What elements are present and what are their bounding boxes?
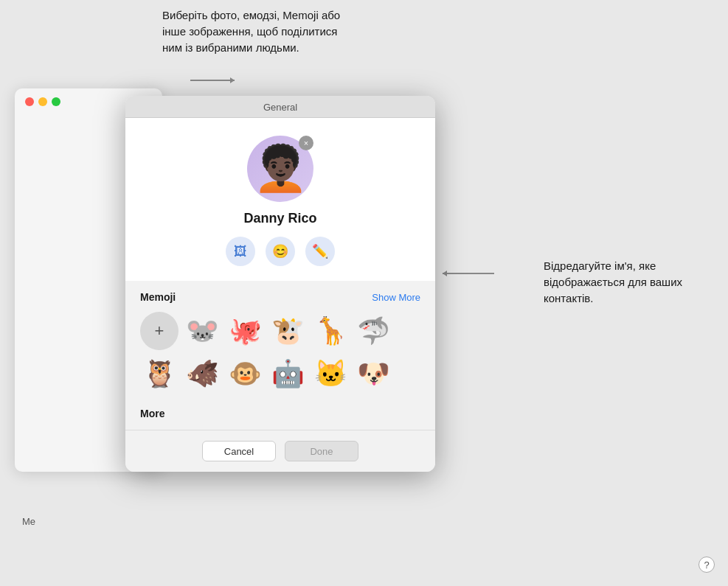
- memoji-header: Memoji Show More: [140, 291, 420, 303]
- callout-top-text: Виберіть фото, емодзі, Memoji або інше з…: [162, 7, 354, 55]
- avatar-wrapper: 🧑🏿‍🦱 ×: [247, 136, 313, 202]
- edit-button[interactable]: ✏️: [305, 237, 335, 266]
- memoji-label: Memoji: [140, 291, 176, 303]
- list-item[interactable]: 🐶: [354, 355, 392, 393]
- emoji-button[interactable]: 😊: [266, 237, 295, 266]
- emoji-icon: 😊: [272, 243, 288, 259]
- dialog-titlebar: General: [125, 96, 435, 118]
- action-buttons: 🖼 😊 ✏️: [226, 237, 335, 266]
- photo-button[interactable]: 🖼: [226, 237, 255, 266]
- list-item[interactable]: 🤖: [268, 355, 307, 393]
- done-button[interactable]: Done: [285, 441, 358, 461]
- list-item[interactable]: 🦉: [140, 355, 178, 393]
- show-more-button[interactable]: Show More: [372, 292, 420, 303]
- list-item[interactable]: 🐵: [226, 355, 264, 393]
- minimize-traffic-light[interactable]: [38, 97, 47, 106]
- dialog-footer: Cancel Done: [125, 430, 435, 472]
- emoji-grid: + 🐭 🐙 🐮 🦒 🦈 🦉 🐗 🐵 🤖 🐱 🐶: [140, 312, 420, 393]
- list-item[interactable]: 🐗: [183, 355, 221, 393]
- callout-top-line: [190, 80, 235, 81]
- list-item[interactable]: 🦈: [354, 312, 392, 350]
- emoji-row-2: 🦉 🐗 🐵 🤖 🐱 🐶: [140, 355, 420, 393]
- user-name: Danny Rico: [243, 211, 316, 226]
- fullscreen-traffic-light[interactable]: [52, 97, 60, 106]
- add-memoji-button[interactable]: +: [140, 312, 178, 350]
- help-button[interactable]: ?: [698, 557, 715, 573]
- photo-icon: 🖼: [234, 244, 247, 259]
- sidebar-item-me: Me: [22, 516, 35, 527]
- close-traffic-light[interactable]: [25, 97, 34, 106]
- list-item[interactable]: 🐱: [311, 355, 350, 393]
- more-section: More: [125, 400, 435, 430]
- more-label: More: [140, 408, 420, 419]
- settings-dialog: General 🧑🏿‍🦱 × Danny Rico 🖼 😊 ✏️ Memoji: [125, 96, 435, 472]
- memoji-section: Memoji Show More + 🐭 🐙 🐮 🦒 🦈 🦉 🐗 🐵 🤖: [125, 281, 435, 400]
- list-item[interactable]: 🦒: [311, 312, 350, 350]
- list-item[interactable]: 🐭: [183, 312, 221, 350]
- cancel-button[interactable]: Cancel: [202, 441, 276, 461]
- callout-right-line: [443, 273, 494, 274]
- callout-right-text: Відредагуйте ім'я, яке відображається дл…: [544, 258, 698, 306]
- edit-icon: ✏️: [312, 243, 328, 259]
- dialog-title: General: [263, 102, 297, 113]
- emoji-row-1: + 🐭 🐙 🐮 🦒 🦈: [140, 312, 420, 350]
- list-item[interactable]: 🐙: [226, 312, 264, 350]
- avatar-emoji: 🧑🏿‍🦱: [253, 147, 308, 191]
- list-item[interactable]: 🐮: [268, 312, 307, 350]
- avatar-close-button[interactable]: ×: [299, 136, 313, 150]
- avatar-section: 🧑🏿‍🦱 × Danny Rico 🖼 😊 ✏️: [125, 118, 435, 281]
- plus-icon: +: [155, 321, 164, 341]
